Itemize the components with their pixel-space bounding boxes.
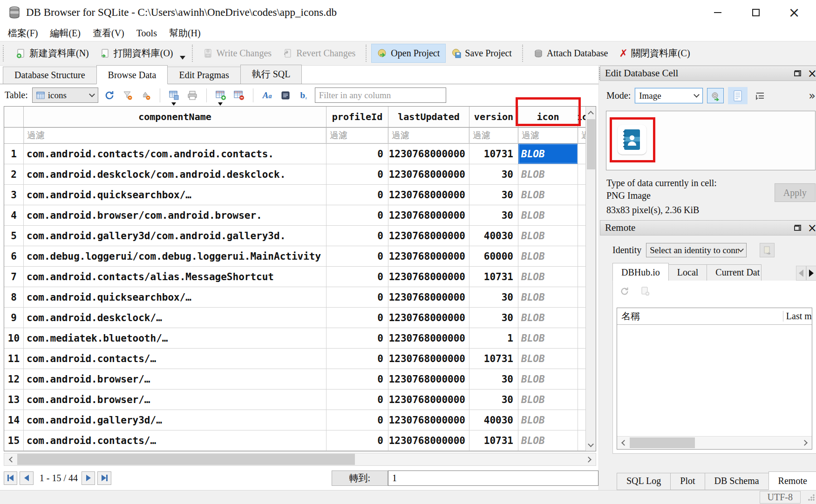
tab-browse-data[interactable]: Browse Data [96,65,168,84]
tabs-scroll-right-icon[interactable] [806,266,816,281]
icon-blob-cell[interactable]: BLOB [518,308,578,328]
row-number-cell[interactable]: 7 [4,267,24,287]
menu-help[interactable]: 幫助(H) [163,26,207,40]
component-name-cell[interactable]: com.android.contacts/… [24,430,326,450]
profile-id-cell[interactable]: 0 [326,328,388,348]
save-table-button[interactable] [167,88,181,102]
row-number-cell[interactable]: 3 [4,185,24,205]
last-updated-cell[interactable]: 1230768000000 [388,349,469,369]
new-database-button[interactable]: 新建資料庫(N) [10,43,95,63]
next-record-button[interactable] [82,471,95,485]
close-database-button[interactable]: ✗ 關閉資料庫(C) [613,43,695,63]
print-rows-button[interactable] [279,88,292,102]
tab-edit-pragmas[interactable]: Edit Pragmas [167,67,240,84]
menu-view[interactable]: 查看(V) [87,26,130,40]
filter-profileId[interactable]: 過濾 [326,128,388,143]
column-header-version[interactable]: version [469,107,518,127]
icon-blob-cell[interactable]: BLOB [518,185,578,205]
profile-id-cell[interactable]: 0 [326,287,388,307]
mode-select[interactable]: Image [635,88,703,103]
version-cell[interactable]: 40030 [469,226,518,246]
clear-filters-button[interactable] [121,88,135,102]
last-updated-cell[interactable]: 1230768000000 [388,369,469,389]
component-name-cell[interactable]: com.android.contacts/alias.MessageShortc… [24,267,326,287]
tab-database-structure[interactable]: Database Structure [3,67,97,84]
filter-version[interactable]: 過濾 [469,128,518,143]
table-select[interactable]: icons [32,87,98,103]
print-button[interactable] [185,88,199,102]
filter-any-column-input[interactable] [315,87,446,103]
row-number-cell[interactable]: 4 [4,205,24,225]
row-number-cell[interactable]: 1 [4,144,24,164]
clone-database-icon[interactable] [640,286,650,298]
last-updated-cell[interactable]: 1230768000000 [388,430,469,450]
icon-blob-cell[interactable]: BLOB [518,410,578,430]
last-updated-cell[interactable]: 1230768000000 [388,185,469,205]
version-cell[interactable]: 10731 [469,267,518,287]
filter-componentName[interactable]: 過濾 [24,128,326,143]
tab-current-database[interactable]: Current Dat [707,264,762,281]
clear-sorting-button[interactable] [139,88,153,102]
last-updated-cell[interactable]: 1230768000000 [388,390,469,410]
row-number-cell[interactable]: 5 [4,226,24,246]
row-number-cell[interactable]: 13 [4,390,24,410]
tab-sql-log[interactable]: SQL Log [617,473,671,490]
last-record-button[interactable] [97,471,111,485]
tab-local[interactable]: Local [668,264,707,281]
first-record-button[interactable] [4,471,17,485]
text-mode-button[interactable] [728,87,748,104]
goto-button[interactable]: 轉到: [332,470,388,486]
insert-record-dropdown-icon[interactable] [218,102,223,106]
save-project-button[interactable]: Save Project [446,44,517,62]
profile-id-cell[interactable]: 0 [326,205,388,225]
last-updated-cell[interactable]: 1230768000000 [388,205,469,225]
filter-icon[interactable]: 過濾 [518,128,578,143]
column-header-profileId[interactable]: profileId [326,107,388,127]
filter-lastUpdated[interactable]: 過濾 [388,128,469,143]
component-name-cell[interactable]: com.android.contacts/… [24,349,326,369]
open-database-button[interactable]: 打開資料庫(O) [95,43,179,63]
vertical-scrollbar-thumb[interactable] [587,119,595,169]
component-name-cell[interactable]: com.android.deskclock/com.android.deskcl… [24,164,326,184]
component-name-cell[interactable]: com.debug.loggerui/com.debug.loggerui.Ma… [24,246,326,266]
import-certificate-button[interactable] [760,243,775,257]
component-name-cell[interactable]: com.mediatek.bluetooth/… [24,328,326,348]
menu-file[interactable]: 檔案(F) [2,26,44,40]
profile-id-cell[interactable]: 0 [326,246,388,266]
format-text-a-button[interactable]: Aa [260,88,274,102]
icon-blob-cell[interactable]: BLOB [518,226,578,246]
version-cell[interactable]: 10731 [469,349,518,369]
menu-edit[interactable]: 編輯(E) [44,26,87,40]
last-updated-cell[interactable]: 1230768000000 [388,144,469,164]
import-data-button[interactable] [707,88,724,103]
horizontal-scrollbar[interactable] [4,453,596,466]
tab-remote[interactable]: Remote [768,471,816,490]
component-name-cell[interactable]: com.android.quicksearchbox/… [24,185,326,205]
open-database-dropdown-icon[interactable] [180,56,185,60]
word-wrap-button[interactable] [752,88,768,103]
close-panel-icon[interactable]: × [808,68,816,79]
version-cell[interactable]: 10731 [469,430,518,450]
name-column-header[interactable]: 名稱 [617,310,783,323]
scroll-down-arrow-icon[interactable] [586,439,596,451]
icon-blob-cell[interactable]: BLOB [518,349,578,369]
goto-record-input[interactable] [388,470,598,486]
icon-blob-cell[interactable]: BLOB [518,430,578,450]
last-updated-cell[interactable]: 1230768000000 [388,246,469,266]
last-updated-cell[interactable]: 1230768000000 [388,287,469,307]
identity-select[interactable]: Select an identity to conne [646,243,747,257]
icon-blob-cell[interactable]: BLOB [518,369,578,389]
last-updated-cell[interactable]: 1230768000000 [388,410,469,430]
icon-blob-cell[interactable]: BLOB [518,390,578,410]
tab-db-schema[interactable]: DB Schema [705,473,769,490]
attach-database-button[interactable]: Attach Database [528,44,614,62]
row-number-cell[interactable]: 14 [4,410,24,430]
revert-changes-button[interactable]: Revert Changes [277,44,361,62]
icon-blob-cell[interactable]: BLOB [518,287,578,307]
component-name-cell[interactable]: com.android.contacts/com.android.contact… [24,144,326,164]
write-changes-button[interactable]: Write Changes [197,44,278,62]
close-button[interactable]: × [775,1,813,24]
last-modified-column-header[interactable]: Last mo [783,311,812,322]
row-number-cell[interactable]: 6 [4,246,24,266]
minimize-button[interactable] [699,1,737,24]
